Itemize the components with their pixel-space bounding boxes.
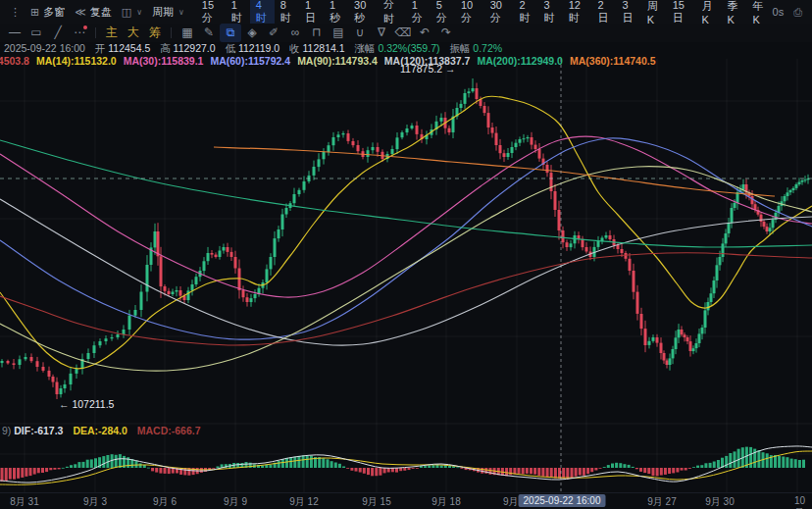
big-view-button[interactable]: 大 bbox=[123, 25, 144, 41]
draw-icon[interactable]: ✎ bbox=[198, 24, 220, 42]
more-drawings-icon[interactable]: ⋯ bbox=[69, 24, 90, 42]
ohlc-readout: 2025-09-22 16:00 开 112454.5 高 112927.0 低… bbox=[4, 42, 509, 56]
ma-value-3: MA(90):114793.4 bbox=[297, 55, 378, 67]
dif-value: DIF:-617.3 bbox=[14, 425, 63, 436]
multi-window-button[interactable]: ⊞ 多窗 bbox=[30, 5, 65, 20]
notification-dot bbox=[83, 25, 87, 29]
close-label: 收 bbox=[289, 42, 300, 54]
ma-value-2: MA(60):115792.4 bbox=[210, 55, 290, 67]
time-axis-label: 9月 9 bbox=[224, 495, 247, 509]
horizontal-line-icon[interactable]: — bbox=[4, 24, 25, 42]
price-tag-icon[interactable]: ◈ bbox=[241, 24, 263, 42]
lock-icon[interactable]: ⊓ bbox=[306, 24, 328, 42]
period-label: 周期 bbox=[152, 5, 174, 20]
time-axis-label: 8月 31 bbox=[10, 495, 38, 509]
form-icon[interactable]: ▤ bbox=[328, 24, 349, 42]
ma-value-6: MA(360):114740.5 bbox=[570, 55, 656, 67]
draw-tool-group: —▭╱⋯ bbox=[4, 24, 90, 42]
trading-chart-window: ⋮ ⊞ 多窗 ≪ 复盘 ◫ ∨ 周期 ∨ 15分1时4时8时1日1秒30秒分时1… bbox=[0, 0, 812, 509]
multi-window-label: 多窗 bbox=[43, 5, 65, 20]
menu-handle[interactable]: ⋮ bbox=[10, 6, 21, 19]
chevron-down-icon: ∨ bbox=[136, 8, 142, 17]
chevron-down-icon: ∨ bbox=[178, 8, 184, 17]
screenshot-icon[interactable]: ⎙ bbox=[793, 6, 802, 19]
ma-value-4: MA(120):113837.7 bbox=[384, 55, 471, 67]
delete-icon[interactable]: ⌫ bbox=[392, 24, 414, 42]
time-axis-label: 9月 12 bbox=[289, 495, 318, 509]
dea-value: DEA:-284.0 bbox=[73, 425, 127, 436]
change-value: 0.32%(359.7) bbox=[378, 42, 439, 54]
ma-values-row: 14503.8MA(14):115132.0MA(30):115839.1MA(… bbox=[0, 55, 663, 67]
indicator-button-group: 主大筹 bbox=[101, 25, 166, 41]
countdown-status: 0s bbox=[773, 6, 785, 18]
arrow-left-icon: ← bbox=[59, 398, 70, 410]
macd-readout: 9) DIF:-617.3 DEA:-284.0 MACD:-666.7 bbox=[2, 425, 201, 436]
replay-label: 复盘 bbox=[90, 5, 112, 20]
open-label: 开 bbox=[95, 42, 106, 54]
time-axis[interactable]: 8月 319月 39月 69月 99月 129月 159月 189月 2249月… bbox=[0, 492, 812, 509]
ma-value-1: MA(30):115839.1 bbox=[124, 55, 204, 67]
time-axis-label: 9月 18 bbox=[431, 495, 460, 509]
high-label: 高 bbox=[160, 42, 171, 54]
replay-icon: ≪ bbox=[75, 6, 86, 19]
macd-value: MACD:-666.7 bbox=[137, 425, 201, 436]
candle-type-icon: ◫ bbox=[122, 6, 131, 19]
close-value: 112814.1 bbox=[303, 42, 345, 54]
toolbar-divider bbox=[95, 27, 96, 38]
copy-icon[interactable]: ⧉ bbox=[220, 24, 241, 42]
time-axis-label: 9月 27 bbox=[647, 495, 676, 509]
amplitude-label: 振幅 bbox=[449, 42, 470, 54]
ma-value-0: MA(14):115132.0 bbox=[36, 55, 117, 67]
time-axis-label: 10月 bbox=[794, 495, 806, 509]
period-dropdown[interactable]: 周期 ∨ bbox=[152, 5, 184, 20]
tool-icon-group: ▦✎⧉◈✐∞⊓▤∪∇⌫↶↷ bbox=[177, 24, 457, 42]
undo-icon[interactable]: ↶ bbox=[414, 24, 435, 42]
low-price-annotation: ← 107211.5 bbox=[59, 398, 114, 410]
main-indicator-button[interactable]: 主 bbox=[101, 25, 123, 41]
redo-icon[interactable]: ↷ bbox=[435, 24, 457, 42]
top-toolbar: ⋮ ⊞ 多窗 ≪ 复盘 ◫ ∨ 周期 ∨ 15分1时4时8时1日1秒30秒分时1… bbox=[0, 0, 812, 25]
magnet-icon[interactable]: ∪ bbox=[349, 24, 371, 42]
replay-button[interactable]: ≪ 复盘 bbox=[75, 5, 112, 20]
time-axis-label: 9月 3 bbox=[83, 495, 107, 509]
ma-value-5: MA(200):112949.0 bbox=[477, 55, 563, 67]
drawing-toolbar: —▭╱⋯ 主大筹 ▦✎⧉◈✐∞⊓▤∪∇⌫↶↷ bbox=[0, 24, 812, 42]
link-icon[interactable]: ∞ bbox=[284, 24, 306, 42]
trendline-icon[interactable]: ╱ bbox=[47, 24, 69, 42]
topbar-right: 0s ⎙ bbox=[773, 6, 802, 19]
chart-type-dropdown[interactable]: ◫ ∨ bbox=[122, 6, 142, 19]
time-axis-label: 9月 15 bbox=[362, 495, 390, 509]
change-label: 涨幅 bbox=[355, 42, 376, 54]
open-value: 112454.5 bbox=[108, 42, 150, 54]
low-value: 112119.0 bbox=[238, 42, 279, 54]
kline-style-icon[interactable]: ▦ bbox=[177, 24, 198, 42]
toolbar-divider bbox=[171, 27, 172, 38]
macd-params-partial: 9) bbox=[2, 425, 11, 436]
low-price-text: 107211.5 bbox=[72, 398, 114, 410]
crosshair-time-tooltip: 2025-09-22 16:00 bbox=[519, 494, 606, 507]
multi-window-icon: ⊞ bbox=[30, 6, 39, 19]
time-axis-label: 9月 6 bbox=[153, 495, 177, 509]
low-label: 低 bbox=[226, 42, 236, 54]
candle-datetime: 2025-09-22 16:00 bbox=[4, 42, 85, 54]
dots-menu-icon: ⋮ bbox=[10, 6, 21, 19]
rectangle-icon[interactable]: ▭ bbox=[25, 24, 47, 42]
brush-icon[interactable]: ✐ bbox=[263, 24, 284, 42]
chips-button[interactable]: 筹 bbox=[144, 25, 166, 41]
time-axis-label: 9月 30 bbox=[705, 495, 734, 509]
high-value: 112927.0 bbox=[174, 42, 216, 54]
ma-partial-value: 14503.8 bbox=[0, 55, 29, 67]
amplitude-value: 0.72% bbox=[473, 42, 502, 54]
filter-icon[interactable]: ∇ bbox=[371, 24, 392, 42]
